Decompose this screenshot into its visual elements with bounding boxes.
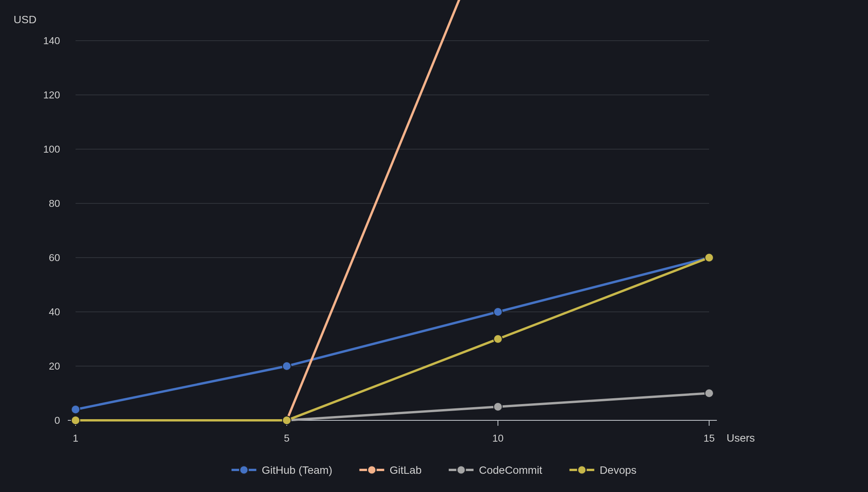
legend-marker-icon — [457, 466, 465, 474]
data-point — [494, 308, 502, 316]
x-tick-label: 10 — [493, 432, 504, 444]
legend-item: CodeCommit — [449, 464, 542, 476]
y-tick-label: 40 — [49, 306, 60, 318]
legend-label: GitLab — [390, 464, 422, 476]
y-tick-label: 80 — [49, 198, 60, 209]
series-gitlab — [71, 0, 709, 425]
series-group — [71, 0, 713, 425]
chart-container: USD Users 020406080100120140 151015 GitH… — [0, 0, 868, 492]
legend-item: Devops — [570, 464, 637, 476]
y-tick-labels: 020406080100120140 — [43, 35, 60, 426]
x-axis-label: Users — [727, 432, 755, 444]
y-axis-label: USD — [14, 14, 36, 26]
y-tick-label: 60 — [49, 252, 60, 263]
x-tick-label: 5 — [284, 432, 289, 444]
legend-marker-icon — [239, 466, 248, 474]
legend-item: GitLab — [360, 464, 422, 476]
data-point — [705, 253, 713, 262]
legend-label: CodeCommit — [479, 464, 542, 476]
legend-marker-icon — [578, 466, 586, 474]
series-github-team- — [71, 253, 713, 414]
data-point — [282, 416, 291, 425]
y-tick-label: 20 — [49, 360, 60, 372]
chart-svg: USD Users 020406080100120140 151015 GitH… — [0, 0, 868, 492]
data-point — [71, 416, 80, 425]
legend-label: GitHub (Team) — [262, 464, 332, 476]
data-point — [494, 403, 502, 411]
legend: GitHub (Team)GitLabCodeCommitDevops — [231, 464, 636, 476]
x-tick-label: 1 — [73, 432, 78, 444]
y-tick-label: 0 — [55, 415, 60, 426]
data-point — [282, 362, 291, 370]
data-point — [705, 389, 713, 397]
x-tick-label: 15 — [704, 432, 715, 444]
y-tick-label: 100 — [43, 143, 60, 155]
data-point — [494, 335, 502, 343]
legend-label: Devops — [600, 464, 637, 476]
data-point — [71, 405, 80, 414]
y-tick-label: 140 — [43, 35, 60, 46]
y-tick-label: 120 — [43, 89, 60, 101]
x-tick-labels: 151015 — [73, 432, 715, 444]
gridlines — [76, 41, 709, 420]
legend-item: GitHub (Team) — [231, 464, 332, 476]
legend-marker-icon — [368, 466, 376, 474]
